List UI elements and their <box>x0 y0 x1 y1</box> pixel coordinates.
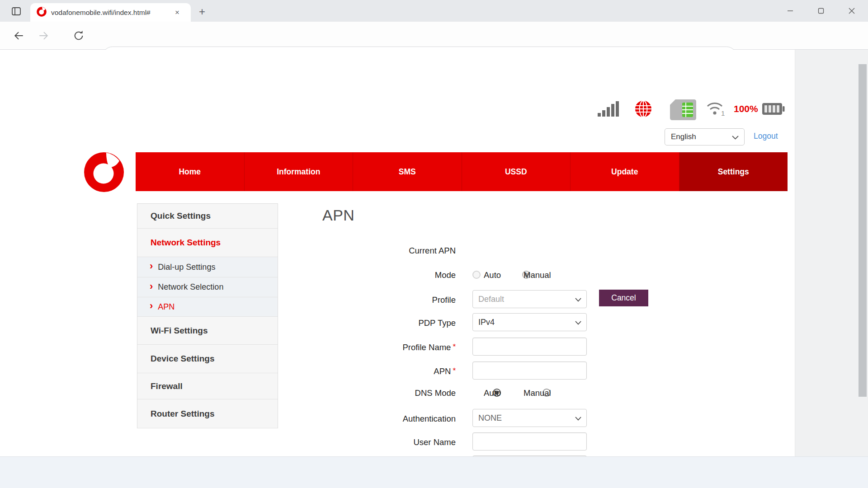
authentication-select[interactable]: NONE <box>472 409 587 427</box>
page-right-gutter <box>795 50 857 456</box>
main-nav: Home Information SMS USSD Update Setting… <box>136 152 788 191</box>
apn-label: APN* <box>312 366 456 376</box>
profile-label: Profile <box>312 295 456 305</box>
profile-name-input[interactable] <box>472 338 587 356</box>
nav-tab-sms[interactable]: SMS <box>353 152 462 191</box>
current-apn-label: Current APN <box>312 246 456 256</box>
sidebar-item-firewall[interactable]: Firewall <box>137 373 278 399</box>
mode-auto-label: Auto <box>484 270 501 280</box>
username-input[interactable] <box>472 432 587 450</box>
chevron-down-icon <box>575 298 581 302</box>
authentication-select-value: NONE <box>478 413 502 423</box>
required-asterisk: * <box>453 343 456 351</box>
username-label: User Name <box>312 437 456 447</box>
sidebar-item-quick-settings[interactable]: Quick Settings <box>137 204 278 229</box>
profile-select[interactable]: Default <box>472 290 587 308</box>
chevron-down-icon <box>575 417 581 421</box>
signal-strength-icon <box>598 101 620 118</box>
apn-input[interactable] <box>472 361 587 380</box>
sidebar-item-network-selection[interactable]: ›Network Selection <box>137 277 278 297</box>
tab-favicon-vodafone <box>37 7 47 19</box>
settings-sidebar: Quick Settings Network Settings ›Dial-up… <box>137 203 278 428</box>
sidebar-item-device-settings[interactable]: Device Settings <box>137 345 278 373</box>
logout-link[interactable]: Logout <box>754 131 778 141</box>
language-select[interactable]: English <box>665 128 745 145</box>
chevron-right-icon: › <box>150 301 153 311</box>
tab-actions-icon[interactable] <box>11 6 22 19</box>
window-close-button[interactable] <box>845 5 858 17</box>
wifi-client-count: 1 <box>721 109 725 117</box>
refresh-icon[interactable] <box>72 29 85 44</box>
cancel-button[interactable]: Cancel <box>599 290 648 306</box>
chevron-right-icon: › <box>150 282 153 291</box>
pdp-type-label: PDP Type <box>312 318 456 328</box>
required-asterisk: * <box>453 366 456 375</box>
battery-percent-label: 100% <box>734 103 758 114</box>
mode-auto-radio[interactable] <box>472 271 481 279</box>
scrollbar-thumb[interactable] <box>859 64 867 397</box>
profile-name-label: Profile Name* <box>312 343 456 352</box>
battery-icon <box>762 103 785 117</box>
dns-manual-label: Manual <box>524 388 551 398</box>
pdp-type-select-value: IPv4 <box>478 318 495 327</box>
nav-tab-home[interactable]: Home <box>136 152 245 191</box>
sidebar-item-router-settings[interactable]: Router Settings <box>137 399 278 428</box>
windows-taskbar: ENG UK 10:00 23/09/2022 <box>0 456 868 488</box>
sim-card-icon <box>670 99 696 122</box>
profile-select-value: Default <box>478 295 504 304</box>
window-minimize-button[interactable] <box>784 5 797 17</box>
mode-manual-label: Manual <box>524 270 551 280</box>
new-tab-button[interactable]: + <box>199 5 205 18</box>
forward-icon[interactable] <box>37 29 50 44</box>
sidebar-item-apn[interactable]: ›APN <box>137 297 278 317</box>
sidebar-item-network-settings[interactable]: Network Settings <box>137 229 278 257</box>
roaming-globe-icon <box>635 100 652 119</box>
nav-tab-information[interactable]: Information <box>245 152 354 191</box>
window-maximize-button[interactable] <box>815 5 827 17</box>
dns-mode-label: DNS Mode <box>312 388 456 398</box>
mode-label: Mode <box>312 270 456 280</box>
vodafone-logo <box>84 152 124 194</box>
browser-titlebar: vodafonemobile.wifi/index.html# × + <box>0 0 868 22</box>
chevron-right-icon: › <box>150 261 153 271</box>
page-content: 1 100% English Logout Home Information S… <box>0 50 868 456</box>
page-title: APN <box>322 206 354 224</box>
nav-tab-settings[interactable]: Settings <box>679 152 788 191</box>
browser-toolbar: Not secure vodafonemobile.wifi/index.htm… <box>0 22 868 50</box>
language-selected: English <box>671 132 696 141</box>
wifi-clients-icon: 1 <box>706 100 727 119</box>
tab-close-icon[interactable]: × <box>175 8 179 17</box>
back-icon[interactable] <box>13 29 25 44</box>
pdp-type-select[interactable]: IPv4 <box>472 313 587 331</box>
chevron-down-icon <box>732 136 739 140</box>
chevron-down-icon <box>575 321 581 325</box>
nav-tab-ussd[interactable]: USSD <box>462 152 571 191</box>
browser-tab[interactable]: vodafonemobile.wifi/index.html# × <box>30 3 191 22</box>
dns-auto-label: Auto <box>484 388 501 398</box>
authentication-label: Authentication <box>312 414 456 424</box>
sidebar-item-dialup-settings[interactable]: ›Dial-up Settings <box>137 257 278 277</box>
nav-tab-update[interactable]: Update <box>571 152 679 191</box>
sidebar-item-wifi-settings[interactable]: Wi-Fi Settings <box>137 317 278 345</box>
tab-title: vodafonemobile.wifi/index.html# <box>51 9 172 17</box>
